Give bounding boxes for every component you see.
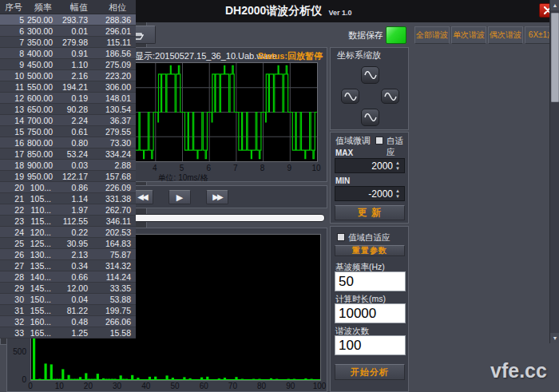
table-row[interactable]: 18900.000.032.88 (0, 160, 136, 171)
table-row[interactable]: 32160...0.48266.06 (0, 316, 136, 327)
zoom-right-button[interactable] (381, 89, 399, 104)
table-row[interactable]: 5250.00293.73288.36 (0, 14, 136, 26)
range-adaptive-checkbox[interactable] (337, 233, 345, 241)
cell-phase: 164.83 (99, 238, 136, 249)
cell-phase: 226.09 (99, 182, 136, 193)
cell-phase: 157.68 (99, 171, 136, 182)
cell-no: 20 (0, 182, 27, 193)
table-row[interactable]: 7350.00279.98115.11 (0, 37, 136, 48)
range-tune-panel: 值域微调 自适应 MAX ▲ ▼ MIN ▲ ▼ 更 新 (330, 132, 409, 224)
cell-phase: 186.56 (99, 48, 136, 59)
scroll-up-icon[interactable]: ▲ (550, 0, 559, 10)
cell-no: 33 (0, 327, 27, 339)
table-row[interactable]: 30150...0.0453.88 (0, 294, 136, 305)
analysis-settings-panel: 值域自适应 重置参数 基波频率(Hz) 计算时长(ms) 谐波次数 开始分析 (330, 226, 409, 392)
table-row[interactable]: 10500.002.16223.20 (0, 70, 136, 81)
table-row[interactable]: 24120...0.22202.53 (0, 227, 136, 238)
spectrum-x-tick: 0 (22, 382, 38, 390)
min-spinbox[interactable]: ▲ ▼ (335, 186, 405, 201)
cell-no: 27 (0, 260, 27, 271)
table-row[interactable]: 8400.000.91186.56 (0, 48, 136, 59)
fundamental-freq-input[interactable] (335, 271, 406, 291)
table-row[interactable]: 17850.0053.24334.24 (0, 148, 136, 160)
table-row[interactable]: 26130...2.1375.87 (0, 249, 136, 260)
cell-phase: 199.75 (99, 305, 136, 316)
cell-amp: 2.16 (59, 70, 99, 81)
table-row[interactable]: 29145...12.0033.35 (0, 283, 136, 294)
table-row[interactable]: 14700.002.2436.37 (0, 115, 136, 126)
cell-amp: 194.21 (59, 81, 99, 93)
start-analysis-button[interactable]: 开始分析 (335, 364, 405, 380)
max-spinbox[interactable]: ▲ ▼ (335, 158, 405, 173)
table-scrollbar[interactable]: ▲ ▼ (549, 0, 559, 343)
reset-params-button[interactable]: 重置参数 (335, 245, 405, 256)
table-row[interactable]: 12600.000.19148.01 (0, 93, 136, 104)
cell-freq: 130... (27, 249, 59, 260)
col-header-frequency: 频率 (27, 0, 59, 14)
cell-freq: 110... (27, 204, 59, 216)
play-button[interactable]: ▶ (168, 190, 191, 204)
tab-odd-harmonics[interactable]: 单次谐波 (451, 26, 486, 44)
cell-amp: 0.80 (59, 137, 99, 148)
calc-duration-input[interactable] (335, 303, 406, 323)
table-row[interactable]: 15750.000.61279.55 (0, 126, 136, 137)
table-row[interactable]: 21105...1.14331.38 (0, 193, 136, 204)
cell-no: 8 (0, 48, 27, 59)
cell-phase: 266.06 (99, 316, 136, 327)
fast-forward-icon: ▶▶ (212, 193, 221, 201)
table-row[interactable]: 20100...0.86226.09 (0, 182, 136, 193)
cell-freq: 155... (27, 305, 59, 316)
spinner-down-icon[interactable]: ▼ (395, 166, 400, 172)
data-save-led-indicator[interactable] (386, 26, 406, 44)
table-row[interactable]: 13650.0090.28130.54 (0, 104, 136, 115)
cell-phase: 75.87 (99, 249, 136, 260)
cell-amp: 0.86 (59, 182, 99, 193)
zoom-up-button[interactable] (361, 66, 379, 84)
cell-freq: 600.00 (27, 93, 59, 104)
spectrum-x-tick: 70 (224, 382, 240, 390)
spectrum-y-tick: 500 (7, 347, 28, 356)
fast-forward-button[interactable]: ▶▶ (206, 190, 228, 204)
cell-no: 29 (0, 283, 27, 294)
table-row[interactable]: 19950.00122.17157.68 (0, 171, 136, 182)
spinner-up-icon[interactable]: ▲ (395, 188, 400, 194)
zoom-down-button[interactable] (361, 109, 379, 126)
cell-no: 30 (0, 294, 27, 305)
tab-all-harmonics[interactable]: 全部谐波 (414, 26, 450, 44)
table-row[interactable]: 22110...1.97262.70 (0, 204, 136, 216)
table-row[interactable]: 28140...0.66114.24 (0, 271, 136, 283)
cell-no: 21 (0, 193, 27, 204)
tab-even-harmonics[interactable]: 偶次谐波 (488, 26, 523, 44)
table-row[interactable]: 23115...112.55346.11 (0, 216, 136, 227)
zoom-left-button[interactable] (341, 89, 359, 104)
table-row[interactable]: 33165...1.2515.58 (0, 327, 136, 339)
harmonic-count-input[interactable] (335, 335, 406, 355)
update-button[interactable]: 更 新 (335, 205, 405, 220)
adaptive-checkbox[interactable] (375, 137, 383, 145)
cell-amp: 0.01 (59, 26, 99, 37)
cell-no: 22 (0, 204, 27, 216)
watermark: vfe.cc (490, 359, 547, 382)
scrollbar-thumb[interactable] (551, 13, 559, 102)
min-input[interactable] (335, 187, 393, 200)
table-row[interactable]: 16800.000.8073.30 (0, 137, 136, 148)
cell-phase: 2.88 (99, 160, 136, 171)
harmonics-table: 序号 频率 幅值 相位 5250.00293.73288.366300.000.… (0, 0, 147, 345)
cell-phase: 36.37 (99, 115, 136, 126)
max-input[interactable] (335, 159, 393, 172)
cell-phase: 262.70 (99, 204, 136, 216)
adaptive-checkbox-label: 自适应 (387, 136, 408, 158)
spinner-up-icon[interactable]: ▲ (395, 160, 400, 166)
table-row[interactable]: 9450.001.10275.09 (0, 59, 136, 70)
table-row[interactable]: 11550.00194.21306.00 (0, 81, 136, 93)
table-row[interactable]: 31155...81.22199.75 (0, 305, 136, 316)
table-row[interactable]: 6300.000.01296.01 (0, 26, 136, 37)
table-row[interactable]: 25125...30.95164.83 (0, 238, 136, 249)
scroll-down-icon[interactable]: ▼ (550, 333, 559, 343)
spinner-down-icon[interactable]: ▼ (395, 194, 400, 200)
cell-no: 18 (0, 160, 27, 171)
cell-phase: 275.09 (99, 59, 136, 70)
cell-freq: 150... (27, 294, 59, 305)
cell-amp: 2.24 (59, 115, 99, 126)
table-row[interactable]: 27135...0.34314.32 (0, 260, 136, 271)
